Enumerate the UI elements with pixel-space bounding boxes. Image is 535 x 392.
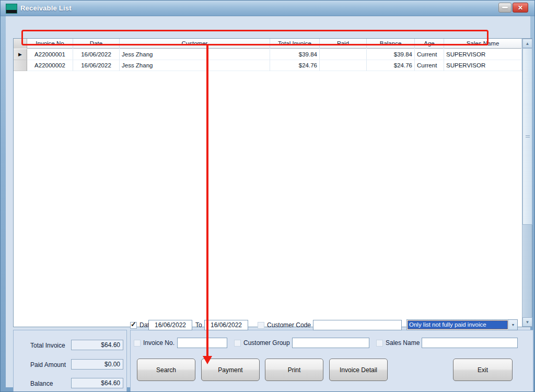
- row-selector-cell[interactable]: ▶: [14, 49, 27, 60]
- col-header-age[interactable]: Age: [415, 39, 444, 49]
- invoice-no-label: Invoice No.: [143, 338, 175, 348]
- cell-customer[interactable]: Jess Zhang: [120, 60, 270, 71]
- cell-sales-name[interactable]: SUPERVISOR: [444, 60, 522, 71]
- customer-code-label: Customer Code: [267, 320, 311, 330]
- app-logo-icon: [6, 4, 17, 14]
- cell-sales-name[interactable]: SUPERVISOR: [444, 49, 522, 60]
- cell-total-invoice[interactable]: $39.84: [270, 49, 320, 60]
- total-invoice-label: Total Invoice: [30, 342, 65, 349]
- cell-paid[interactable]: [320, 60, 367, 71]
- total-invoice-value: $64.60: [71, 340, 123, 350]
- cell-date[interactable]: 16/06/2022: [73, 49, 120, 60]
- sales-name-input[interactable]: [422, 338, 518, 348]
- print-button[interactable]: Print: [265, 359, 323, 381]
- cell-balance[interactable]: $24.76: [367, 60, 415, 71]
- exit-button[interactable]: Exit: [453, 359, 513, 381]
- check-icon: ✓: [131, 320, 136, 328]
- search-button[interactable]: Search: [137, 359, 195, 381]
- grid-corner-cell: [14, 39, 27, 49]
- grid-header-row: Invoice No Date Customer Total Invoice P…: [14, 39, 522, 49]
- col-header-balance[interactable]: Balance: [367, 39, 415, 49]
- scroll-up-icon[interactable]: ▲: [522, 39, 532, 48]
- customer-code-checkbox[interactable]: [258, 322, 264, 329]
- customer-group-checkbox[interactable]: [234, 340, 241, 347]
- date-checkbox[interactable]: ✓: [130, 322, 137, 329]
- paid-amount-label: Paid Amount: [30, 361, 66, 368]
- row-selector-cell[interactable]: [14, 60, 27, 71]
- customer-code-input[interactable]: [313, 320, 402, 330]
- receivable-grid: Invoice No Date Customer Total Invoice P…: [13, 38, 532, 327]
- title-bar: Receivable List ✕: [1, 1, 534, 16]
- cell-age[interactable]: Current: [415, 60, 444, 71]
- balance-value: $64.60: [71, 378, 123, 388]
- cell-invoice-no[interactable]: A22000001: [27, 49, 73, 60]
- invoice-detail-button[interactable]: Invoice Detail: [329, 359, 388, 381]
- cell-date[interactable]: 16/06/2022: [73, 60, 120, 71]
- cell-invoice-no[interactable]: A22000002: [27, 60, 73, 71]
- summary-panel: Total Invoice $64.60 Paid Amount $0.00 B…: [13, 330, 127, 392]
- window-title: Receivable List: [20, 4, 72, 12]
- col-header-invoice-no[interactable]: Invoice No: [27, 39, 73, 49]
- customer-group-label: Customer Group: [243, 338, 290, 348]
- scrollbar-grip-icon: [526, 135, 530, 137]
- col-header-customer[interactable]: Customer: [120, 39, 270, 49]
- cell-age[interactable]: Current: [415, 49, 444, 60]
- col-header-paid[interactable]: Paid: [320, 39, 367, 49]
- close-button[interactable]: ✕: [513, 3, 528, 13]
- app-window: Receivable List ✕ Invoice No Date Custom…: [0, 0, 535, 392]
- cell-customer[interactable]: Jess Zhang: [120, 49, 270, 60]
- table-row[interactable]: ▶ A22000001 16/06/2022 Jess Zhang $39.84…: [14, 49, 522, 60]
- col-header-sales-name[interactable]: Sales Name: [444, 39, 522, 49]
- chevron-down-icon[interactable]: ▼: [508, 320, 517, 330]
- date-from-input[interactable]: [148, 320, 192, 330]
- paid-amount-value: $0.00: [71, 359, 123, 370]
- invoice-no-input[interactable]: [177, 338, 227, 348]
- minimize-icon: [502, 7, 508, 8]
- col-header-total-invoice[interactable]: Total Invoice: [270, 39, 320, 49]
- cell-total-invoice[interactable]: $24.76: [270, 60, 320, 71]
- customer-group-input[interactable]: [292, 338, 369, 348]
- paid-filter-selected-value: Only list not fully paid invoice: [408, 320, 508, 329]
- grid-vertical-scrollbar[interactable]: ▲ ▼: [522, 39, 532, 327]
- scrollbar-thumb[interactable]: [522, 48, 532, 225]
- payment-button[interactable]: Payment: [201, 359, 260, 381]
- date-to-label: To: [195, 320, 202, 330]
- minimize-button[interactable]: [498, 3, 511, 13]
- cell-paid[interactable]: [320, 49, 367, 60]
- col-header-date[interactable]: Date: [73, 39, 120, 49]
- current-row-pointer-icon: ▶: [18, 52, 22, 57]
- client-area: Invoice No Date Customer Total Invoice P…: [6, 16, 530, 387]
- sales-name-label: Sales Name: [386, 338, 420, 348]
- paid-filter-dropdown[interactable]: Only list not fully paid invoice ▼: [406, 319, 518, 330]
- scroll-down-icon[interactable]: ▼: [522, 317, 532, 327]
- sales-name-checkbox[interactable]: [376, 340, 383, 347]
- balance-label: Balance: [30, 380, 53, 387]
- date-to-input[interactable]: [204, 320, 248, 330]
- cell-balance[interactable]: $39.84: [367, 49, 415, 60]
- table-row[interactable]: A22000002 16/06/2022 Jess Zhang $24.76 $…: [14, 60, 522, 71]
- invoice-no-checkbox[interactable]: [134, 340, 141, 347]
